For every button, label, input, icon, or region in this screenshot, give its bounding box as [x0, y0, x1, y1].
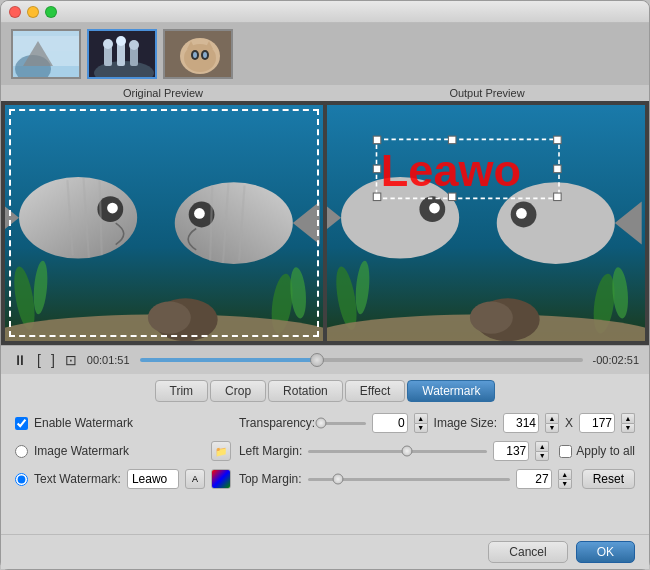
- img-size-w-up[interactable]: ▲: [545, 413, 559, 423]
- apply-to-all-checkbox[interactable]: [559, 445, 572, 458]
- top-margin-slider[interactable]: [308, 472, 510, 486]
- svg-point-20: [193, 52, 197, 58]
- thumbnail-2[interactable]: [87, 29, 157, 79]
- time-remaining: -00:02:51: [593, 354, 639, 366]
- enable-watermark-checkbox[interactable]: [15, 417, 28, 430]
- svg-point-51: [470, 301, 513, 333]
- reset-button[interactable]: Reset: [582, 469, 635, 489]
- top-margin-label: Top Margin:: [239, 472, 302, 486]
- svg-point-55: [429, 203, 440, 214]
- apply-to-all-row: Apply to all: [559, 444, 635, 458]
- left-margin-value[interactable]: [493, 441, 529, 461]
- svg-rect-64: [554, 136, 562, 144]
- cancel-button[interactable]: Cancel: [488, 541, 567, 563]
- preview-area: Leawo: [1, 101, 649, 345]
- tabs-row: Trim Crop Rotation Effect Watermark: [1, 374, 649, 406]
- text-watermark-row: Text Watermark: A: [15, 468, 231, 490]
- image-size-w-input[interactable]: [503, 413, 539, 433]
- main-window: Original Preview Output Preview: [0, 0, 650, 570]
- maximize-button[interactable]: [45, 6, 57, 18]
- svg-point-12: [129, 40, 139, 50]
- seek-thumb[interactable]: [310, 353, 324, 367]
- text-watermark-input[interactable]: [127, 469, 179, 489]
- transparency-stepper: ▲ ▼: [414, 413, 428, 433]
- svg-rect-63: [448, 136, 456, 144]
- fullscreen-button[interactable]: ⊡: [63, 352, 79, 368]
- thumbnail-3[interactable]: [163, 29, 233, 79]
- svg-point-10: [103, 39, 113, 49]
- frame-forward-button[interactable]: ]: [49, 352, 57, 368]
- font-button[interactable]: A: [185, 469, 205, 489]
- ok-button[interactable]: OK: [576, 541, 635, 563]
- transparency-down[interactable]: ▼: [414, 423, 428, 434]
- controls-area: Enable Watermark Image Watermark 📁 Text …: [1, 406, 649, 534]
- bottom-bar: Cancel OK: [1, 534, 649, 569]
- img-size-h-down[interactable]: ▼: [621, 423, 635, 434]
- svg-text:Leawo: Leawo: [381, 145, 521, 196]
- svg-rect-66: [554, 165, 562, 173]
- frame-back-button[interactable]: [: [35, 352, 43, 368]
- image-browse-button[interactable]: 📁: [211, 441, 231, 461]
- svg-rect-3: [13, 31, 81, 51]
- left-margin-label: Left Margin:: [239, 444, 302, 458]
- transparency-slider[interactable]: [321, 416, 365, 430]
- transparency-up[interactable]: ▲: [414, 413, 428, 423]
- image-watermark-label: Image Watermark: [34, 444, 129, 458]
- controls-left: Enable Watermark Image Watermark 📁 Text …: [15, 412, 231, 490]
- tab-trim[interactable]: Trim: [155, 380, 209, 402]
- controls-right: Transparency: ▲ ▼ Image Size: ▲: [239, 412, 635, 490]
- playback-bar: ⏸ [ ] ⊡ 00:01:51 -00:02:51: [1, 345, 649, 374]
- left-margin-down[interactable]: ▼: [535, 451, 549, 462]
- img-size-w-stepper: ▲ ▼: [545, 413, 559, 433]
- tab-rotation[interactable]: Rotation: [268, 380, 343, 402]
- svg-point-11: [116, 36, 126, 46]
- text-watermark-radio[interactable]: [15, 473, 28, 486]
- output-preview-pane: Leawo: [327, 105, 645, 341]
- left-margin-stepper: ▲ ▼: [535, 441, 549, 461]
- svg-rect-69: [554, 193, 562, 201]
- top-margin-value[interactable]: [516, 469, 552, 489]
- top-margin-stepper: ▲ ▼: [558, 469, 572, 489]
- image-watermark-radio[interactable]: [15, 445, 28, 458]
- svg-point-59: [516, 208, 527, 219]
- output-preview-label: Output Preview: [325, 85, 649, 101]
- img-size-w-down[interactable]: ▼: [545, 423, 559, 434]
- tab-watermark[interactable]: Watermark: [407, 380, 495, 402]
- enable-watermark-label: Enable Watermark: [34, 416, 133, 430]
- top-margin-down[interactable]: ▼: [558, 479, 572, 490]
- seek-bar[interactable]: [140, 353, 583, 367]
- svg-rect-65: [373, 165, 381, 173]
- controls-main-row: Enable Watermark Image Watermark 📁 Text …: [15, 412, 635, 490]
- thumbnail-1[interactable]: [11, 29, 81, 79]
- tab-effect[interactable]: Effect: [345, 380, 405, 402]
- transparency-row: Transparency: ▲ ▼ Image Size: ▲: [239, 412, 635, 434]
- play-pause-button[interactable]: ⏸: [11, 352, 29, 368]
- svg-rect-8: [117, 43, 125, 66]
- close-button[interactable]: [9, 6, 21, 18]
- transparency-value[interactable]: [372, 413, 408, 433]
- tab-crop[interactable]: Crop: [210, 380, 266, 402]
- image-size-x-label: X: [565, 416, 573, 430]
- original-preview-pane: [5, 105, 323, 341]
- seek-track: [140, 358, 583, 362]
- color-button[interactable]: [211, 469, 231, 489]
- thumbnail-bar: [1, 23, 649, 85]
- left-margin-slider[interactable]: [308, 444, 487, 458]
- svg-point-21: [203, 52, 207, 58]
- left-margin-row: Left Margin: ▲ ▼ Apply to all: [239, 440, 635, 462]
- image-size-h-input[interactable]: [579, 413, 615, 433]
- left-margin-up[interactable]: ▲: [535, 441, 549, 451]
- minimize-button[interactable]: [27, 6, 39, 18]
- img-size-h-stepper: ▲ ▼: [621, 413, 635, 433]
- svg-rect-62: [373, 136, 381, 144]
- img-size-h-up[interactable]: ▲: [621, 413, 635, 423]
- svg-point-29: [148, 301, 191, 333]
- title-bar: [1, 1, 649, 23]
- top-margin-up[interactable]: ▲: [558, 469, 572, 479]
- svg-rect-68: [448, 193, 456, 201]
- svg-point-40: [194, 208, 205, 219]
- text-watermark-label: Text Watermark:: [34, 472, 121, 486]
- svg-rect-67: [373, 193, 381, 201]
- image-size-label: Image Size:: [434, 416, 497, 430]
- svg-point-33: [107, 203, 118, 214]
